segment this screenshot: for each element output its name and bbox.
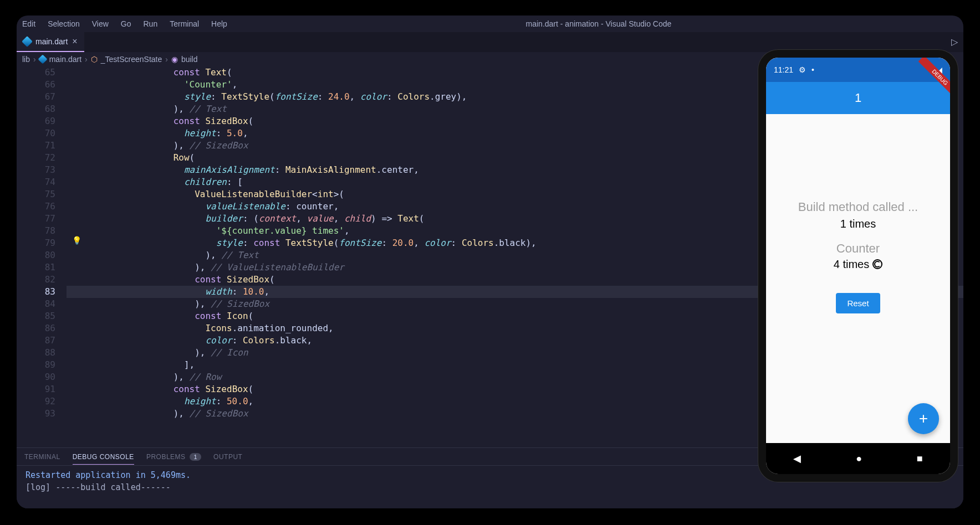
breadcrumb-folder[interactable]: lib <box>22 55 30 64</box>
gear-icon: ⚙ <box>799 65 806 74</box>
tab-filename: main.dart <box>35 37 68 46</box>
appbar-title: 1 <box>855 91 861 105</box>
device-emulator: DEBUG 11:21 ⚙ • ▾ ◢ 1 Build method calle… <box>758 50 958 482</box>
tab-close-icon[interactable]: × <box>72 37 77 47</box>
problems-label: PROBLEMS <box>146 453 186 461</box>
tab-main-dart[interactable]: main.dart × <box>17 32 84 52</box>
plus-icon: + <box>919 410 928 428</box>
fab-add-button[interactable]: + <box>908 403 939 434</box>
counter-label: Counter <box>836 241 880 256</box>
window-title: main.dart - animation - Visual Studio Co… <box>526 19 672 28</box>
breadcrumb-method[interactable]: build <box>181 55 198 64</box>
nav-recent-icon[interactable]: ■ <box>917 453 923 465</box>
dot-icon: • <box>811 65 814 74</box>
dart-file-icon <box>22 36 33 47</box>
counter-value-row: 4 times <box>834 258 882 271</box>
menu-selection[interactable]: Selection <box>48 19 80 28</box>
nav-back-icon[interactable]: ◀ <box>793 452 801 465</box>
menu-go[interactable]: Go <box>121 19 131 28</box>
menu-view[interactable]: View <box>92 19 109 28</box>
build-method-value: 1 times <box>840 218 876 230</box>
breadcrumb-file[interactable]: main.dart <box>49 55 81 64</box>
chevron-icon: › <box>33 55 36 64</box>
nav-home-icon[interactable]: ● <box>856 453 862 465</box>
console-line: [log] -----build called------ <box>25 481 955 493</box>
editor-tabbar: main.dart × ▷ <box>17 32 963 52</box>
dart-file-icon <box>38 55 47 64</box>
class-icon: ⬡ <box>91 55 98 64</box>
phone-body: Build method called ... 1 times Counter … <box>766 114 950 443</box>
panel-tab-terminal[interactable]: TERMINAL <box>24 453 60 461</box>
log-body: -----build called------ <box>50 482 171 492</box>
menu-terminal[interactable]: Terminal <box>170 19 199 28</box>
phone-appbar: 1 <box>766 82 950 114</box>
counter-value: 4 times <box>834 258 869 271</box>
menu-run[interactable]: Run <box>144 19 158 28</box>
line-number-gutter: 6566676869707172737475767778798081828384… <box>17 66 67 447</box>
panel-tab-output[interactable]: OUTPUT <box>213 453 242 461</box>
menu-help[interactable]: Help <box>211 19 227 28</box>
android-navbar: ◀ ● ■ <box>766 443 950 474</box>
animation-icon <box>872 259 882 269</box>
panel-tab-debug-console[interactable]: DEBUG CONSOLE <box>73 453 134 465</box>
reset-button[interactable]: Reset <box>836 293 880 313</box>
breadcrumb-class[interactable]: _TestScreenState <box>101 55 162 64</box>
panel-tab-problems[interactable]: PROBLEMS 1 <box>146 453 201 461</box>
status-time: 11:21 <box>774 65 793 74</box>
build-method-label: Build method called ... <box>798 200 918 214</box>
problems-count-badge: 1 <box>190 453 201 461</box>
chevron-icon: › <box>85 55 88 64</box>
chevron-icon: › <box>165 55 168 64</box>
log-prefix: [log] <box>25 482 50 492</box>
run-icon[interactable]: ▷ <box>951 37 958 47</box>
menu-edit[interactable]: Edit <box>22 19 35 28</box>
method-icon: ◉ <box>171 55 178 64</box>
menubar: Edit Selection View Go Run Terminal Help… <box>17 16 963 32</box>
